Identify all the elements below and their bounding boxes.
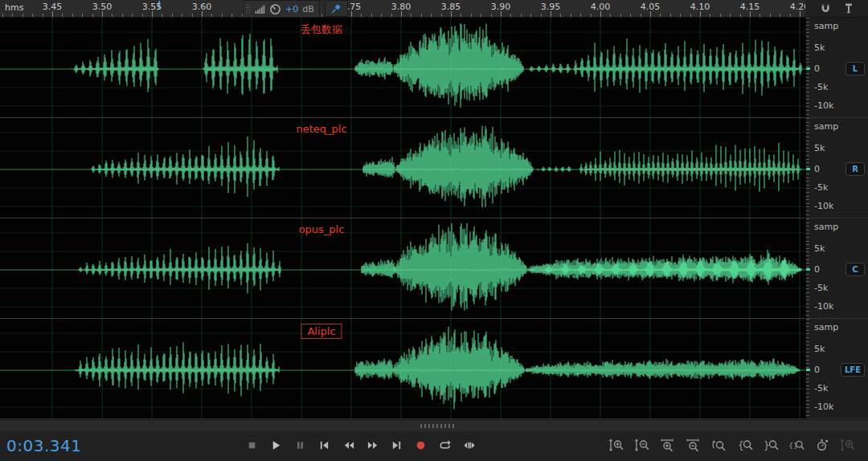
- scale-tick: 5k: [814, 143, 825, 153]
- loop-icon: [438, 439, 452, 451]
- record-icon: [415, 439, 427, 451]
- zoom-in-time-button[interactable]: [660, 439, 677, 452]
- go-to-end-button[interactable]: [390, 439, 403, 452]
- zero-level-marker: [806, 67, 810, 70]
- zero-level-marker: [806, 168, 810, 170]
- scale-tick: -10k: [814, 100, 833, 111]
- zoom-reset-button[interactable]: [711, 439, 728, 452]
- stopwatch-icon: [815, 439, 830, 452]
- zoom-to-selection-button[interactable]: {}: [788, 439, 805, 452]
- scale-tick: -10k: [814, 201, 833, 211]
- fast-forward-icon: [366, 439, 379, 451]
- stop-button[interactable]: [245, 439, 259, 452]
- skip-selection-button[interactable]: [462, 439, 476, 452]
- pin-toolbar[interactable]: [325, 0, 348, 17]
- transport-controls: [245, 439, 476, 452]
- gain-unit-label: dB: [302, 4, 314, 14]
- scale-tick: 0: [814, 365, 820, 375]
- gain-knob-icon[interactable]: [269, 3, 281, 15]
- scale-tick: -5k: [814, 283, 828, 293]
- scale-tick: 0: [814, 264, 820, 275]
- channel-badge-L[interactable]: L: [845, 62, 865, 75]
- waveform-canvas[interactable]: [0, 18, 805, 117]
- scale-block-2[interactable]: samp 5k 0 -5k -10k R: [806, 118, 868, 218]
- ruler-major-tick: [52, 11, 53, 17]
- go-to-start-button[interactable]: [317, 439, 331, 452]
- scale-tick: -5k: [814, 182, 828, 193]
- waveform-editor[interactable]: 丢包数据 neteq_plc opus_plc Aliplc: [0, 18, 805, 419]
- amplitude-scale-panel[interactable]: samp 5k 0 -5k -10k L samp 5k 0 -5k -10k …: [805, 18, 868, 419]
- record-button[interactable]: [414, 439, 428, 452]
- pause-button[interactable]: [293, 439, 307, 452]
- scale-tick: 5k: [814, 344, 825, 354]
- current-time-display[interactable]: 0:03.341: [6, 436, 81, 455]
- track-packet-loss[interactable]: 丢包数据: [0, 18, 805, 118]
- track-opus-plc[interactable]: opus_plc: [0, 218, 805, 319]
- ruler-major-tick: [750, 11, 751, 17]
- rewind-button[interactable]: [342, 439, 355, 452]
- ruler-unit-label[interactable]: hms: [5, 2, 23, 13]
- marker-pin-icon[interactable]: [843, 2, 854, 14]
- zoom-in-amplitude-button[interactable]: [608, 439, 625, 452]
- skip-selection-icon: [463, 439, 476, 451]
- magnet-icon[interactable]: [819, 2, 832, 14]
- gain-toolbar[interactable]: +0 dB: [243, 0, 320, 18]
- zoom-out-amplitude-button[interactable]: [634, 439, 651, 452]
- track-label: Aliplc: [301, 324, 342, 339]
- scale-unit: samp: [814, 322, 838, 332]
- gain-value[interactable]: +0: [285, 4, 298, 14]
- zoom-to-in-point-button[interactable]: {: [737, 439, 754, 452]
- waveform-canvas[interactable]: [0, 319, 805, 418]
- zoom-to-selection-icon: {}: [788, 439, 805, 452]
- channel-badge-R[interactable]: R: [845, 162, 865, 176]
- channel-badge-C[interactable]: C: [845, 263, 865, 276]
- svg-text:{: {: [738, 440, 744, 451]
- scale-tick: 0: [814, 63, 820, 74]
- fast-forward-button[interactable]: [366, 439, 379, 452]
- timeline-ruler[interactable]: hms 3.453.503.553.603.653.703.753.803.85…: [0, 0, 805, 18]
- track-aliplc[interactable]: Aliplc: [0, 319, 805, 419]
- play-icon: [270, 439, 282, 451]
- ruler-major-tick: [600, 11, 601, 17]
- scale-block-1[interactable]: samp 5k 0 -5k -10k L: [806, 18, 868, 118]
- ruler-major-tick: [351, 11, 352, 17]
- ruler-major-tick: [451, 11, 452, 17]
- zoom-out-time-icon: [686, 439, 702, 452]
- scale-tick: -5k: [814, 383, 828, 394]
- svg-text:}: }: [764, 440, 770, 451]
- stop-icon: [246, 439, 258, 451]
- track-neteq-plc[interactable]: neteq_plc: [0, 118, 805, 218]
- scale-tick: 0: [814, 164, 820, 174]
- zoom-amplitude-disabled-button[interactable]: [840, 439, 857, 452]
- go-to-start-icon: [318, 439, 330, 451]
- zoom-timed-button[interactable]: [814, 439, 831, 452]
- scale-tick: -5k: [814, 82, 828, 92]
- zero-level-marker: [806, 369, 810, 371]
- drag-handle-icon[interactable]: [246, 4, 251, 14]
- scale-tick: 5k: [814, 243, 825, 254]
- scale-tick: -10k: [814, 301, 833, 312]
- scale-block-4[interactable]: samp 5k 0 -5k -10k LFE: [806, 319, 868, 419]
- audio-editor-window: hms 3.453.503.553.603.653.703.753.803.85…: [0, 0, 868, 461]
- scrollbar-grip-icon[interactable]: [420, 424, 454, 428]
- play-button[interactable]: [269, 439, 283, 452]
- ruler-major-tick: [202, 11, 203, 17]
- waveform-canvas[interactable]: [0, 118, 805, 218]
- scale-unit: samp: [814, 21, 838, 31]
- waveform-canvas[interactable]: [0, 218, 805, 318]
- ruler-major-tick: [152, 11, 153, 17]
- ruler-major-tick: [102, 11, 103, 17]
- channel-badge-LFE[interactable]: LFE: [841, 363, 865, 377]
- ruler-major-tick: [401, 11, 402, 17]
- horizontal-scrollbar[interactable]: [0, 419, 868, 432]
- zoom-reset-icon: [711, 439, 728, 452]
- ruler-major-tick: [700, 11, 701, 17]
- zoom-to-out-point-button[interactable]: }: [763, 439, 780, 452]
- ruler-major-tick: [650, 11, 651, 17]
- loop-playback-button[interactable]: [438, 439, 452, 452]
- scale-block-3[interactable]: samp 5k 0 -5k -10k C: [806, 218, 868, 319]
- scale-unit: samp: [814, 121, 838, 132]
- track-label: neteq_plc: [296, 123, 346, 135]
- go-to-end-icon: [391, 439, 403, 451]
- zoom-out-time-button[interactable]: [686, 439, 702, 452]
